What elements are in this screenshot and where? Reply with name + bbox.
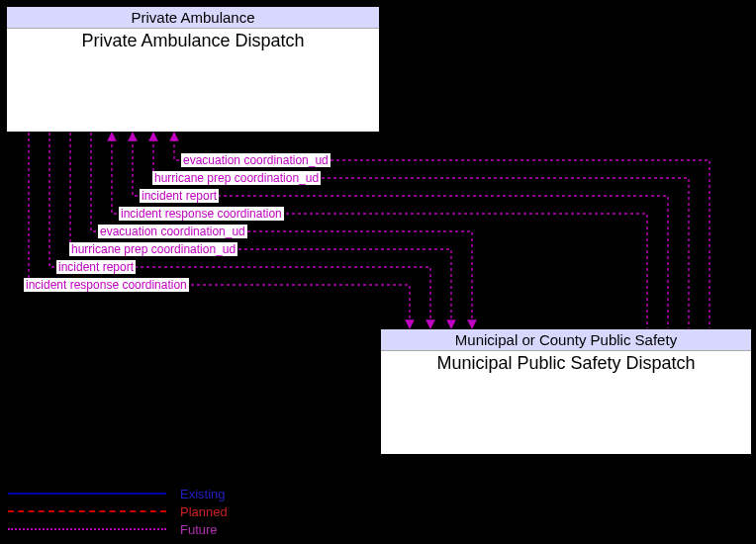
flow-label[interactable]: incident report (56, 260, 136, 274)
legend-item-existing: Existing (8, 485, 364, 502)
legend-label-existing: Existing (180, 487, 226, 501)
entity-header: Municipal or County Public Safety (381, 329, 751, 351)
legend-label-future: Future (180, 522, 218, 537)
entity-private-ambulance[interactable]: Private Ambulance Private Ambulance Disp… (6, 6, 380, 133)
legend-label-planned: Planned (180, 504, 228, 519)
flow-label[interactable]: incident response coordination (24, 278, 189, 292)
legend-swatch-future (8, 528, 166, 530)
flow-label[interactable]: evacuation coordination_ud (98, 225, 247, 238)
flow-label[interactable]: incident report (140, 189, 219, 203)
entity-title: Municipal Public Safety Dispatch (381, 351, 751, 376)
flow-label[interactable]: incident response coordination (119, 207, 284, 221)
entity-header: Private Ambulance (7, 7, 379, 29)
entity-title: Private Ambulance Dispatch (7, 29, 379, 53)
legend: Existing Planned Future (8, 485, 364, 538)
flow-label[interactable]: hurricane prep coordination_ud (69, 242, 237, 256)
legend-item-future: Future (8, 520, 364, 538)
legend-swatch-existing (8, 493, 166, 495)
flow-label[interactable]: hurricane prep coordination_ud (152, 171, 321, 185)
legend-swatch-planned (8, 510, 166, 512)
entity-municipal-public-safety[interactable]: Municipal or County Public Safety Munici… (380, 328, 752, 455)
legend-item-planned: Planned (8, 502, 364, 520)
flow-label[interactable]: evacuation coordination_ud (181, 153, 331, 167)
